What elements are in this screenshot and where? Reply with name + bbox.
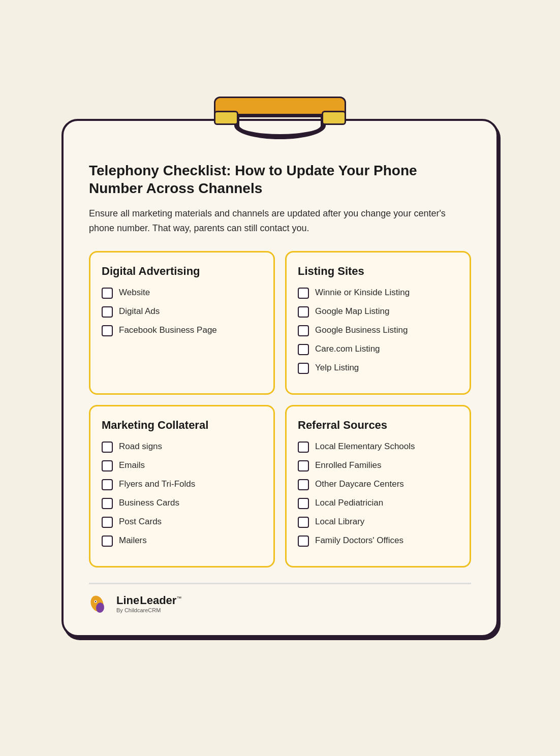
list-item: Local Library: [298, 516, 458, 528]
checkbox-other-daycare[interactable]: [298, 479, 309, 490]
checkbox-family-doctors[interactable]: [298, 536, 309, 547]
item-label: Winnie or Kinside Listing: [315, 287, 410, 298]
item-label: Local Pediatrician: [315, 497, 383, 509]
list-item: Post Cards: [102, 516, 262, 528]
item-label: Care.com Listing: [315, 343, 380, 355]
trademark-symbol: ™: [176, 595, 181, 601]
page-title: Telephony Checklist: How to Update Your …: [89, 162, 471, 197]
logo-line-part: Line: [116, 594, 139, 607]
digital-advertising-title: Digital Advertising: [102, 265, 262, 278]
list-item: Enrolled Families: [298, 460, 458, 471]
checkbox-pediatrician[interactable]: [298, 498, 309, 509]
list-item: Local Pediatrician: [298, 497, 458, 509]
list-item: Care.com Listing: [298, 343, 458, 355]
list-item: Digital Ads: [102, 306, 262, 318]
item-label: Flyers and Tri-Folds: [119, 479, 195, 490]
checkbox-google-map[interactable]: [298, 306, 309, 318]
list-item: Local Elementary Schools: [298, 441, 458, 453]
logo-leader-part: Leader™: [140, 594, 181, 607]
checkbox-enrolled-families[interactable]: [298, 460, 309, 471]
item-label: Enrolled Families: [315, 460, 381, 471]
checkbox-flyers[interactable]: [102, 479, 113, 490]
list-item: Road signs: [102, 441, 262, 453]
logo-brand-name: Line Leader™: [116, 594, 181, 607]
list-item: Winnie or Kinside Listing: [298, 287, 458, 299]
checkbox-winnie[interactable]: [298, 288, 309, 299]
checkbox-business-cards[interactable]: [102, 498, 113, 509]
checkbox-google-business[interactable]: [298, 325, 309, 336]
item-label: Emails: [119, 460, 145, 471]
logo-subtitle: By ChildcareCRM: [116, 607, 181, 613]
referral-sources-box: Referral Sources Local Elementary School…: [285, 405, 471, 568]
item-label: Mailers: [119, 535, 147, 546]
item-label: Post Cards: [119, 516, 162, 527]
item-label: Local Elementary Schools: [315, 441, 415, 452]
clip-foot-left: [214, 111, 238, 125]
list-item: Google Map Listing: [298, 306, 458, 318]
list-item: Emails: [102, 460, 262, 471]
item-label: Google Business Listing: [315, 325, 408, 336]
item-label: Business Cards: [119, 497, 179, 509]
digital-advertising-box: Digital Advertising Website Digital Ads …: [89, 251, 275, 395]
clipboard-clip: [209, 97, 351, 142]
checkbox-facebook[interactable]: [102, 325, 113, 336]
checkbox-care[interactable]: [298, 344, 309, 355]
list-item: Business Cards: [102, 497, 262, 509]
checkbox-digital-ads[interactable]: [102, 306, 113, 318]
item-label: Family Doctors' Offices: [315, 535, 403, 546]
marketing-collateral-box: Marketing Collateral Road signs Emails F…: [89, 405, 275, 568]
list-item: Flyers and Tri-Folds: [102, 479, 262, 490]
checkbox-website[interactable]: [102, 288, 113, 299]
list-item: Family Doctors' Offices: [298, 535, 458, 547]
item-label: Yelp Listing: [315, 362, 359, 373]
item-label: Digital Ads: [119, 306, 160, 317]
listing-sites-box: Listing Sites Winnie or Kinside Listing …: [285, 251, 471, 395]
footer: Line Leader™ By ChildcareCRM: [89, 583, 471, 615]
clipboard: Telephony Checklist: How to Update Your …: [61, 119, 499, 637]
checkbox-yelp[interactable]: [298, 363, 309, 374]
checklist-grid: Digital Advertising Website Digital Ads …: [89, 251, 471, 568]
main-content: Telephony Checklist: How to Update Your …: [89, 162, 471, 615]
list-item: Yelp Listing: [298, 362, 458, 374]
list-item: Other Daycare Centers: [298, 479, 458, 490]
lineleader-logo-icon: [89, 592, 111, 615]
item-label: Local Library: [315, 516, 364, 527]
checkbox-emails[interactable]: [102, 460, 113, 471]
checkbox-library[interactable]: [298, 517, 309, 528]
clip-foot-right: [322, 111, 346, 125]
checkbox-mailers[interactable]: [102, 536, 113, 547]
item-label: Other Daycare Centers: [315, 479, 404, 490]
list-item: Facebook Business Page: [102, 325, 262, 336]
logo-text: Line Leader™ By ChildcareCRM: [116, 594, 181, 613]
page-subtitle: Ensure all marketing materials and chann…: [89, 206, 471, 236]
checkbox-road-signs[interactable]: [102, 442, 113, 453]
page-wrapper: Telephony Checklist: How to Update Your …: [0, 0, 560, 756]
item-label: Road signs: [119, 441, 162, 452]
item-label: Facebook Business Page: [119, 325, 217, 336]
listing-sites-title: Listing Sites: [298, 265, 458, 278]
checkbox-elementary-schools[interactable]: [298, 442, 309, 453]
list-item: Website: [102, 287, 262, 299]
checkbox-post-cards[interactable]: [102, 517, 113, 528]
clip-feet: [214, 111, 346, 125]
svg-point-3: [95, 601, 96, 602]
referral-sources-title: Referral Sources: [298, 419, 458, 432]
item-label: Google Map Listing: [315, 306, 389, 317]
list-item: Google Business Listing: [298, 325, 458, 336]
item-label: Website: [119, 287, 150, 298]
list-item: Mailers: [102, 535, 262, 547]
marketing-collateral-title: Marketing Collateral: [102, 419, 262, 432]
